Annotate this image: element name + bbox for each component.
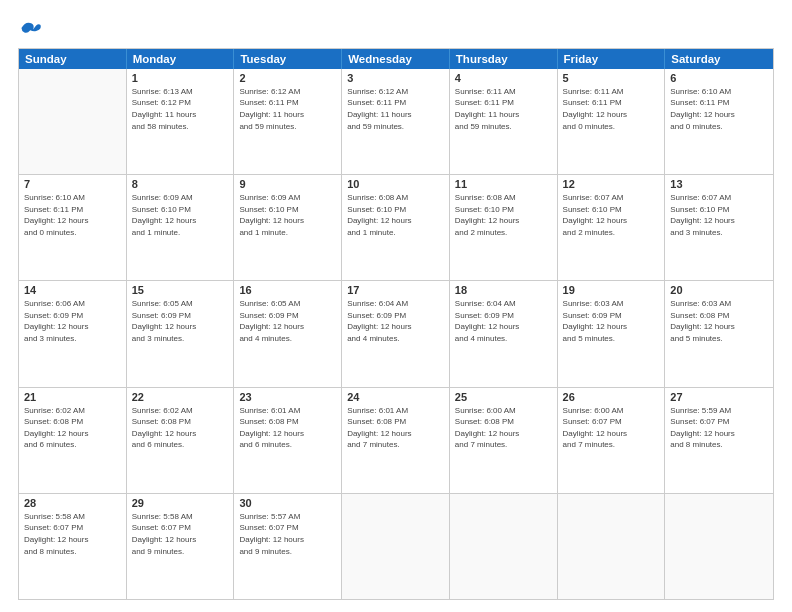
week-3: 14Sunrise: 6:06 AM Sunset: 6:09 PM Dayli… [19,281,773,387]
calendar: SundayMondayTuesdayWednesdayThursdayFrid… [18,48,774,600]
day-number: 28 [24,497,121,509]
cal-cell: 9Sunrise: 6:09 AM Sunset: 6:10 PM Daylig… [234,175,342,280]
logo [18,18,42,38]
cal-cell: 6Sunrise: 6:10 AM Sunset: 6:11 PM Daylig… [665,69,773,174]
day-number: 3 [347,72,444,84]
cal-cell [558,494,666,599]
cal-cell: 4Sunrise: 6:11 AM Sunset: 6:11 PM Daylig… [450,69,558,174]
week-2: 7Sunrise: 6:10 AM Sunset: 6:11 PM Daylig… [19,175,773,281]
cal-cell: 28Sunrise: 5:58 AM Sunset: 6:07 PM Dayli… [19,494,127,599]
day-number: 14 [24,284,121,296]
logo-bird-icon [20,19,42,37]
header-cell-friday: Friday [558,49,666,69]
cal-cell: 3Sunrise: 6:12 AM Sunset: 6:11 PM Daylig… [342,69,450,174]
cal-cell: 27Sunrise: 5:59 AM Sunset: 6:07 PM Dayli… [665,388,773,493]
cal-cell: 18Sunrise: 6:04 AM Sunset: 6:09 PM Dayli… [450,281,558,386]
day-info: Sunrise: 6:04 AM Sunset: 6:09 PM Dayligh… [455,298,552,344]
day-info: Sunrise: 6:02 AM Sunset: 6:08 PM Dayligh… [132,405,229,451]
week-5: 28Sunrise: 5:58 AM Sunset: 6:07 PM Dayli… [19,494,773,599]
cal-cell: 2Sunrise: 6:12 AM Sunset: 6:11 PM Daylig… [234,69,342,174]
cal-cell: 12Sunrise: 6:07 AM Sunset: 6:10 PM Dayli… [558,175,666,280]
day-info: Sunrise: 5:59 AM Sunset: 6:07 PM Dayligh… [670,405,768,451]
day-info: Sunrise: 6:01 AM Sunset: 6:08 PM Dayligh… [239,405,336,451]
cal-cell: 30Sunrise: 5:57 AM Sunset: 6:07 PM Dayli… [234,494,342,599]
header-cell-tuesday: Tuesday [234,49,342,69]
cal-cell [665,494,773,599]
day-number: 27 [670,391,768,403]
cal-cell [342,494,450,599]
header-cell-saturday: Saturday [665,49,773,69]
header-cell-thursday: Thursday [450,49,558,69]
cal-cell [450,494,558,599]
day-number: 10 [347,178,444,190]
cal-cell: 19Sunrise: 6:03 AM Sunset: 6:09 PM Dayli… [558,281,666,386]
day-number: 13 [670,178,768,190]
cal-cell [19,69,127,174]
day-number: 11 [455,178,552,190]
day-info: Sunrise: 6:10 AM Sunset: 6:11 PM Dayligh… [24,192,121,238]
cal-cell: 24Sunrise: 6:01 AM Sunset: 6:08 PM Dayli… [342,388,450,493]
cal-cell: 7Sunrise: 6:10 AM Sunset: 6:11 PM Daylig… [19,175,127,280]
day-number: 20 [670,284,768,296]
day-number: 4 [455,72,552,84]
day-number: 21 [24,391,121,403]
day-info: Sunrise: 6:11 AM Sunset: 6:11 PM Dayligh… [563,86,660,132]
day-number: 18 [455,284,552,296]
cal-cell: 16Sunrise: 6:05 AM Sunset: 6:09 PM Dayli… [234,281,342,386]
day-number: 5 [563,72,660,84]
day-info: Sunrise: 6:05 AM Sunset: 6:09 PM Dayligh… [239,298,336,344]
day-number: 22 [132,391,229,403]
cal-cell: 20Sunrise: 6:03 AM Sunset: 6:08 PM Dayli… [665,281,773,386]
day-number: 29 [132,497,229,509]
day-info: Sunrise: 6:12 AM Sunset: 6:11 PM Dayligh… [239,86,336,132]
day-info: Sunrise: 6:00 AM Sunset: 6:08 PM Dayligh… [455,405,552,451]
cal-cell: 26Sunrise: 6:00 AM Sunset: 6:07 PM Dayli… [558,388,666,493]
calendar-body: 1Sunrise: 6:13 AM Sunset: 6:12 PM Daylig… [19,69,773,599]
cal-cell: 21Sunrise: 6:02 AM Sunset: 6:08 PM Dayli… [19,388,127,493]
header [18,18,774,38]
day-info: Sunrise: 6:01 AM Sunset: 6:08 PM Dayligh… [347,405,444,451]
cal-cell: 29Sunrise: 5:58 AM Sunset: 6:07 PM Dayli… [127,494,235,599]
day-info: Sunrise: 6:13 AM Sunset: 6:12 PM Dayligh… [132,86,229,132]
day-info: Sunrise: 6:04 AM Sunset: 6:09 PM Dayligh… [347,298,444,344]
week-1: 1Sunrise: 6:13 AM Sunset: 6:12 PM Daylig… [19,69,773,175]
cal-cell: 25Sunrise: 6:00 AM Sunset: 6:08 PM Dayli… [450,388,558,493]
cal-cell: 17Sunrise: 6:04 AM Sunset: 6:09 PM Dayli… [342,281,450,386]
day-number: 6 [670,72,768,84]
day-number: 7 [24,178,121,190]
day-info: Sunrise: 6:12 AM Sunset: 6:11 PM Dayligh… [347,86,444,132]
cal-cell: 15Sunrise: 6:05 AM Sunset: 6:09 PM Dayli… [127,281,235,386]
day-info: Sunrise: 6:03 AM Sunset: 6:09 PM Dayligh… [563,298,660,344]
cal-cell: 1Sunrise: 6:13 AM Sunset: 6:12 PM Daylig… [127,69,235,174]
day-number: 15 [132,284,229,296]
day-info: Sunrise: 5:58 AM Sunset: 6:07 PM Dayligh… [132,511,229,557]
day-info: Sunrise: 5:57 AM Sunset: 6:07 PM Dayligh… [239,511,336,557]
day-info: Sunrise: 6:07 AM Sunset: 6:10 PM Dayligh… [670,192,768,238]
cal-cell: 5Sunrise: 6:11 AM Sunset: 6:11 PM Daylig… [558,69,666,174]
day-number: 25 [455,391,552,403]
week-4: 21Sunrise: 6:02 AM Sunset: 6:08 PM Dayli… [19,388,773,494]
day-info: Sunrise: 6:00 AM Sunset: 6:07 PM Dayligh… [563,405,660,451]
page: SundayMondayTuesdayWednesdayThursdayFrid… [0,0,792,612]
header-cell-sunday: Sunday [19,49,127,69]
cal-cell: 13Sunrise: 6:07 AM Sunset: 6:10 PM Dayli… [665,175,773,280]
day-number: 30 [239,497,336,509]
cal-cell: 14Sunrise: 6:06 AM Sunset: 6:09 PM Dayli… [19,281,127,386]
day-info: Sunrise: 6:09 AM Sunset: 6:10 PM Dayligh… [239,192,336,238]
day-info: Sunrise: 6:08 AM Sunset: 6:10 PM Dayligh… [347,192,444,238]
day-number: 19 [563,284,660,296]
day-number: 1 [132,72,229,84]
day-info: Sunrise: 6:08 AM Sunset: 6:10 PM Dayligh… [455,192,552,238]
day-number: 17 [347,284,444,296]
day-number: 2 [239,72,336,84]
header-cell-monday: Monday [127,49,235,69]
header-cell-wednesday: Wednesday [342,49,450,69]
day-info: Sunrise: 5:58 AM Sunset: 6:07 PM Dayligh… [24,511,121,557]
cal-cell: 8Sunrise: 6:09 AM Sunset: 6:10 PM Daylig… [127,175,235,280]
day-number: 16 [239,284,336,296]
cal-cell: 23Sunrise: 6:01 AM Sunset: 6:08 PM Dayli… [234,388,342,493]
day-number: 23 [239,391,336,403]
day-number: 12 [563,178,660,190]
day-info: Sunrise: 6:02 AM Sunset: 6:08 PM Dayligh… [24,405,121,451]
day-number: 24 [347,391,444,403]
